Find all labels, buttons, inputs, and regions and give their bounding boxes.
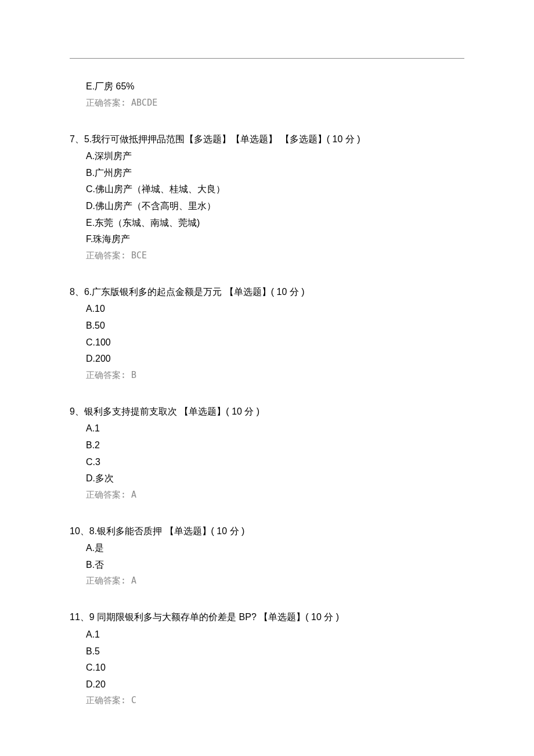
- option: C.佛山房产（禅城、桂城、大良）: [70, 182, 464, 197]
- answer-value: BCE: [131, 250, 147, 261]
- option: E.厂房 65%: [70, 79, 464, 94]
- question-number: 11、: [70, 612, 89, 622]
- option: E.东莞（东城、南城、莞城): [70, 215, 464, 231]
- option: B.5: [70, 644, 464, 659]
- question-text: 9 同期限银利多与大额存单的价差是 BP?: [89, 612, 257, 622]
- questions-container: 7、5.我行可做抵押押品范围【多选题】【单选题】 【多选题】( 10 分 )A.…: [70, 132, 464, 708]
- answer-line: 正确答案: B: [70, 368, 464, 382]
- option: B.否: [70, 557, 464, 573]
- question-points: ( 10 分 ): [305, 612, 339, 622]
- question-number: 8、: [70, 287, 84, 297]
- question-points: ( 10 分 ): [327, 134, 360, 144]
- answer-label: 正确答案:: [86, 489, 126, 500]
- question-block: 7、5.我行可做抵押押品范围【多选题】【单选题】 【多选题】( 10 分 )A.…: [70, 132, 464, 262]
- answer-value: C: [131, 695, 136, 705]
- option: A.是: [70, 541, 464, 556]
- question-text: 5.我行可做抵押押品范围: [84, 134, 185, 144]
- option: D.200: [70, 351, 464, 366]
- question-text: 银利多支持提前支取次: [84, 406, 177, 416]
- question-points: ( 10 分 ): [226, 406, 259, 416]
- answer-value-text: ABCDE: [131, 98, 157, 108]
- answer-value: B: [131, 370, 136, 380]
- answer-line: 正确答案: BCE: [70, 249, 464, 262]
- question-tags: 【单选题】: [162, 526, 211, 536]
- answer-line: 正确答案: C: [70, 693, 464, 707]
- answer-value: A: [131, 489, 136, 500]
- question-block: 11、9 同期限银利多与大额存单的价差是 BP? 【单选题】( 10 分 )A.…: [70, 610, 464, 707]
- answer-label: 正确答案:: [86, 370, 126, 380]
- page-top-line: [70, 58, 464, 59]
- question-number: 7、: [70, 134, 84, 144]
- option: F.珠海房产: [70, 232, 464, 247]
- option: D.佛山房产（不含高明、里水）: [70, 199, 464, 214]
- question-points: ( 10 分 ): [271, 287, 305, 297]
- question-text: 6.广东版银利多的起点金额是万元: [84, 287, 222, 297]
- leading-question-fragment: E.厂房 65% 正确答案: ABCDE: [70, 79, 464, 110]
- option: A.1: [70, 421, 464, 436]
- question-number: 9、: [70, 406, 84, 416]
- option: D.多次: [70, 471, 464, 486]
- option: C.10: [70, 660, 464, 675]
- question-block: 10、8.银利多能否质押 【单选题】( 10 分 )A.是B.否正确答案: A: [70, 524, 464, 588]
- answer-line: 正确答案: ABCDE: [70, 96, 464, 110]
- question-tags: 【单选题】: [222, 287, 270, 297]
- question-title: 10、8.银利多能否质押 【单选题】( 10 分 ): [70, 524, 464, 539]
- question-title: 11、9 同期限银利多与大额存单的价差是 BP? 【单选题】( 10 分 ): [70, 610, 464, 625]
- question-title: 9、银利多支持提前支取次 【单选题】( 10 分 ): [70, 404, 464, 419]
- question-tags: 【多选题】【单选题】 【多选题】: [185, 134, 326, 144]
- question-number: 10、: [70, 526, 89, 536]
- option: C.3: [70, 455, 464, 470]
- option: A.10: [70, 301, 464, 316]
- answer-line: 正确答案: A: [70, 488, 464, 502]
- answer-label: 正确答案:: [86, 695, 126, 705]
- option: A.1: [70, 627, 464, 642]
- question-title: 8、6.广东版银利多的起点金额是万元 【单选题】( 10 分 ): [70, 285, 464, 300]
- question-tags: 【单选题】: [177, 406, 226, 416]
- question-block: 9、银利多支持提前支取次 【单选题】( 10 分 )A.1B.2C.3D.多次正…: [70, 404, 464, 502]
- question-points: ( 10 分 ): [211, 526, 245, 536]
- option: B.广州房产: [70, 165, 464, 181]
- answer-value: A: [131, 575, 136, 586]
- question-block: 8、6.广东版银利多的起点金额是万元 【单选题】( 10 分 )A.10B.50…: [70, 285, 464, 382]
- option: B.2: [70, 438, 464, 453]
- question-title: 7、5.我行可做抵押押品范围【多选题】【单选题】 【多选题】( 10 分 ): [70, 132, 464, 147]
- option: B.50: [70, 318, 464, 333]
- answer-label: 正确答案:: [86, 250, 126, 261]
- option: D.20: [70, 677, 464, 692]
- answer-line: 正确答案: A: [70, 574, 464, 588]
- answer-label: 正确答案:: [86, 98, 126, 108]
- option: A.深圳房产: [70, 149, 464, 164]
- question-text: 8.银利多能否质押: [89, 526, 162, 536]
- question-tags: 【单选题】: [257, 612, 305, 622]
- option: C.100: [70, 335, 464, 350]
- answer-label: 正确答案:: [86, 575, 126, 586]
